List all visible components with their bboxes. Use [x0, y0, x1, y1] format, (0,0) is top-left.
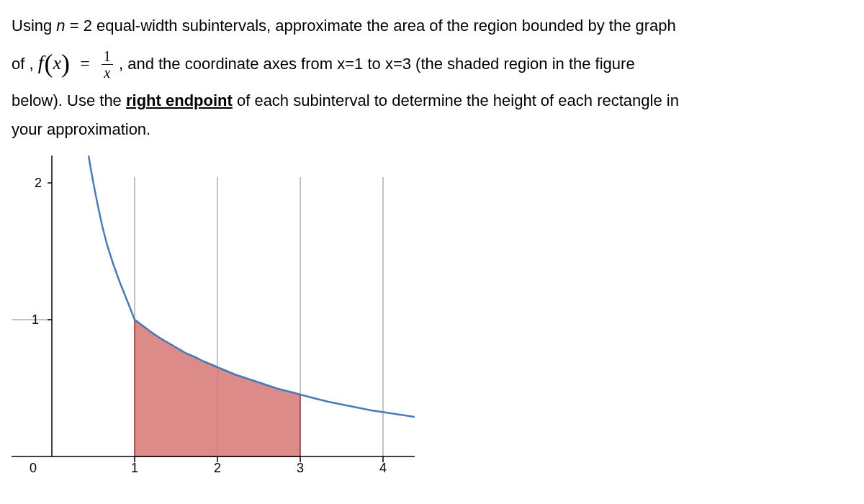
text: of , — [12, 55, 38, 73]
text: = 2 equal-width subintervals, approximat… — [66, 17, 676, 35]
math-numerator: 1 — [102, 48, 113, 65]
label-y1: 1 — [32, 312, 39, 327]
label-x3: 3 — [297, 461, 304, 472]
question-line-3: below). Use the right endpoint of each s… — [12, 86, 852, 115]
math-fraction: 1 x — [100, 48, 114, 81]
question-line-1: Using n = 2 equal-width subintervals, ap… — [12, 12, 852, 40]
question-line-4: your approximation. — [12, 115, 852, 144]
label-x4: 4 — [379, 461, 387, 472]
label-x0: 0 — [30, 461, 37, 472]
chart-svg: 0 1 2 3 4 1 2 — [12, 156, 415, 472]
math-eq: = — [74, 54, 96, 73]
text: below). Use the — [12, 91, 126, 109]
emphasis-right-endpoint: right endpoint — [126, 91, 233, 109]
text: Using — [12, 17, 56, 35]
math-x: x — [53, 53, 61, 73]
label-x1: 1 — [131, 461, 138, 472]
label-x2: 2 — [214, 461, 221, 472]
text: of each subinterval to determine the hei… — [233, 91, 679, 109]
label-y2: 2 — [35, 176, 42, 190]
math-rparen: ) — [61, 49, 70, 78]
math-denominator: x — [102, 65, 113, 81]
var-n: n — [56, 17, 65, 35]
question-text: Using n = 2 equal-width subintervals, ap… — [12, 12, 852, 144]
chart: 0 1 2 3 4 1 2 — [12, 156, 415, 472]
text: , and the coordinate axes from x=1 to x=… — [119, 55, 635, 73]
math-lparen: ( — [44, 49, 53, 78]
question-line-2: of , f(x) = 1 x , and the coordinate axe… — [12, 40, 852, 87]
